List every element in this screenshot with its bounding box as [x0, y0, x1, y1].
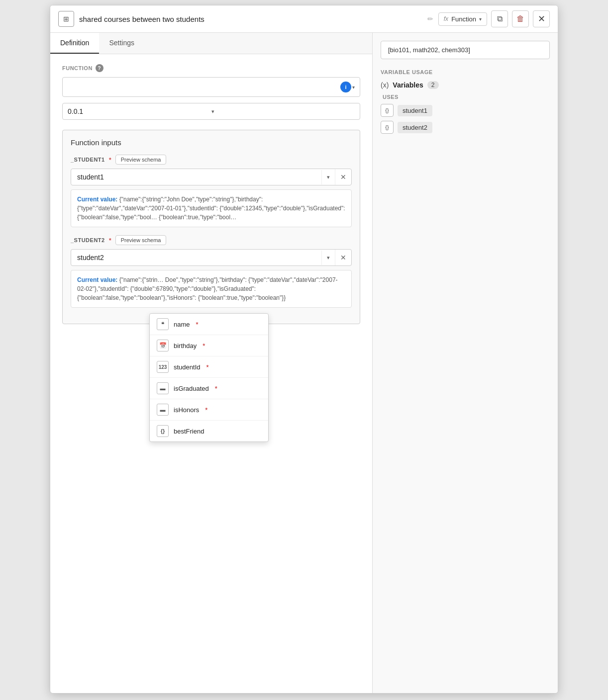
variable-usage-label: VARIABLE USAGE	[381, 69, 550, 75]
modal-title: shared courses between two students	[79, 15, 420, 23]
student1-variable-name: student1	[71, 169, 321, 185]
definition-content: FUNCTION ? getSharedCourseCodes i ▾ 0.0.…	[50, 54, 372, 334]
schema-ishonors-label: isHonors	[174, 406, 199, 414]
version-chevron: ▾	[211, 108, 355, 115]
tab-bar: Definition Settings	[50, 33, 372, 54]
schema-item-studentid[interactable]: 123 studentId *	[150, 356, 268, 378]
header-icon: ⊞	[58, 11, 74, 27]
tab-definition[interactable]: Definition	[50, 33, 99, 54]
function-info-button[interactable]: i	[340, 82, 351, 92]
student2-required-star: *	[109, 237, 111, 244]
edit-title-icon[interactable]: ✏	[427, 15, 433, 23]
uses-label: USES	[381, 94, 550, 100]
variables-count-badge: 2	[427, 81, 439, 89]
student1-current-value: {"name":{"string":"John Doe","type":"str…	[77, 196, 345, 221]
schema-name-icon: ❝	[157, 318, 169, 330]
schema-dropdown: ❝ name * 📅 birthday * 123 studentId * ▬ …	[149, 313, 269, 442]
schema-bestfriend-label: bestFriend	[174, 428, 204, 435]
schema-studentid-icon: 123	[157, 361, 169, 373]
function-dropdown-chevron: ▾	[479, 16, 482, 22]
function-inputs-title: Function inputs	[71, 138, 352, 147]
student1-var-icon: {}	[381, 104, 394, 117]
student1-required-star: *	[109, 156, 111, 164]
schema-isgraduated-icon: ▬	[157, 382, 169, 394]
close-button[interactable]: ✕	[533, 10, 550, 27]
schema-birthday-label: birthday	[174, 342, 197, 350]
variable-item-student1: {} student1	[381, 104, 550, 117]
schema-isgraduated-label: isGraduated	[174, 385, 209, 392]
student1-current-value-box: Current value: {"name":{"string":"John D…	[71, 189, 352, 227]
function-name-input-row: getSharedCourseCodes i ▾	[62, 77, 360, 97]
function-type-label: Function	[451, 15, 476, 23]
student1-label-row: _STUDENT1 * Preview schema	[71, 155, 352, 165]
student2-var-name: student2	[398, 122, 432, 133]
fx-icon: fx	[444, 15, 448, 22]
student2-close-btn[interactable]: ✕	[335, 250, 351, 265]
function-help-icon[interactable]: ?	[96, 64, 103, 72]
tab-settings[interactable]: Settings	[99, 33, 144, 54]
modal-container: ⊞ shared courses between two students ✏ …	[50, 5, 558, 694]
student2-chevron-btn[interactable]: ▾	[321, 251, 335, 265]
student1-var-name: student1	[398, 105, 432, 116]
student1-preview-schema-btn[interactable]: Preview schema	[115, 155, 167, 165]
schema-item-birthday[interactable]: 📅 birthday *	[150, 335, 268, 356]
schema-item-name[interactable]: ❝ name *	[150, 314, 268, 335]
variables-icon: (x)	[381, 81, 389, 89]
schema-isgraduated-required: *	[215, 385, 217, 392]
schema-studentid-required: *	[206, 363, 209, 371]
schema-name-required: *	[196, 321, 199, 328]
copy-button[interactable]: ⧉	[491, 10, 508, 27]
delete-button[interactable]: 🗑	[512, 10, 529, 27]
student2-current-value-label: Current value:	[77, 276, 117, 283]
schema-birthday-icon: 📅	[157, 340, 169, 351]
schema-bestfriend-icon: {}	[157, 425, 169, 437]
student2-label-row: _STUDENT2 * Preview schema	[71, 235, 352, 245]
schema-item-isgraduated[interactable]: ▬ isGraduated *	[150, 378, 268, 399]
schema-ishonors-icon: ▬	[157, 404, 169, 416]
schema-item-bestfriend[interactable]: {} bestFriend	[150, 421, 268, 441]
function-type-dropdown[interactable]: fx Function ▾	[438, 12, 487, 26]
student1-close-btn[interactable]: ✕	[335, 169, 351, 185]
schema-studentid-label: studentId	[174, 363, 201, 371]
result-value-box: [bio101, math202, chem303]	[381, 41, 550, 59]
function-name-input[interactable]: getSharedCourseCodes	[68, 83, 340, 91]
student2-variable-name: student2	[71, 250, 321, 265]
function-section-label: FUNCTION ?	[62, 64, 360, 72]
student1-current-value-label: Current value:	[77, 196, 117, 203]
student2-var-icon: {}	[381, 121, 394, 134]
student2-label: _STUDENT2	[71, 237, 105, 243]
version-select[interactable]: 0.0.1 ▾	[62, 103, 360, 120]
schema-birthday-required: *	[203, 342, 205, 350]
student1-label: _STUDENT1	[71, 157, 105, 163]
variable-item-student2: {} student2	[381, 121, 550, 134]
function-inputs-box: Function inputs _STUDENT1 * Preview sche…	[62, 130, 360, 324]
student2-variable-select: student2 ▾ ✕	[71, 249, 352, 266]
student2-current-value-box: Current value: {"name":{"strin… Doe","ty…	[71, 270, 352, 308]
schema-ishonors-required: *	[205, 406, 207, 414]
student2-preview-schema-btn[interactable]: Preview schema	[115, 235, 167, 245]
function-info-chevron[interactable]: ▾	[352, 85, 355, 90]
variables-header: (x) Variables 2	[381, 81, 550, 89]
student2-section: _STUDENT2 * Preview schema student2 ▾ ✕ …	[71, 235, 352, 308]
student1-variable-select: student1 ▾ ✕	[71, 169, 352, 185]
variables-title: Variables	[393, 81, 423, 89]
header-actions: fx Function ▾ ⧉ 🗑 ✕	[438, 10, 550, 27]
right-panel: [bio101, math202, chem303] VARIABLE USAG…	[373, 33, 558, 693]
modal-body: Definition Settings FUNCTION ? getShared…	[50, 33, 558, 693]
schema-name-label: name	[174, 321, 190, 328]
student1-chevron-btn[interactable]: ▾	[321, 170, 335, 184]
schema-item-ishonors[interactable]: ▬ isHonors *	[150, 399, 268, 421]
modal-header: ⊞ shared courses between two students ✏ …	[50, 5, 558, 33]
